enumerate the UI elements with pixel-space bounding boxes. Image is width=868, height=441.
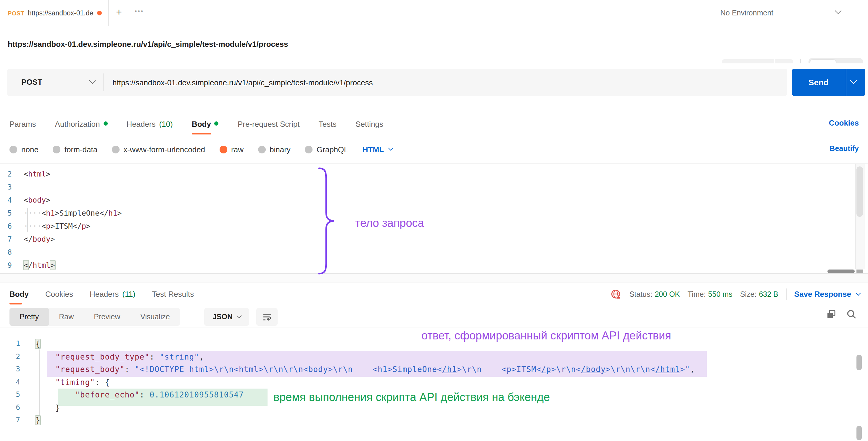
cookies-link[interactable]: Cookies [829, 118, 859, 127]
environment-selector[interactable]: No Environment [720, 9, 773, 17]
new-tab-button[interactable]: + [116, 6, 122, 18]
radio-icon [305, 145, 312, 153]
view-pretty[interactable]: Pretty [9, 308, 49, 326]
annotation-timing-backend: время выполнения скрипта API действия на… [274, 391, 550, 404]
scrollbar-track[interactable] [855, 351, 855, 441]
response-tab-headers[interactable]: Headers(11) [90, 283, 135, 305]
scrollbar-thumb[interactable] [857, 426, 862, 440]
time-badge: Time:550 ms [687, 290, 733, 298]
request-body-editor[interactable]: 2<html>34<body>5····<h1>SimpleOne</h1>6·… [0, 164, 868, 274]
code-line: 7</body> [0, 233, 857, 246]
code-line: 7} [0, 414, 857, 427]
scrollbar-corner [857, 269, 863, 273]
response-tab-test-results[interactable]: Test Results [152, 283, 194, 305]
view-preview[interactable]: Preview [84, 308, 130, 326]
unsaved-dot-icon [97, 11, 101, 16]
send-options-chevron-icon[interactable] [850, 77, 857, 84]
send-button[interactable]: Send [792, 69, 865, 96]
radio-raw[interactable]: raw [219, 145, 244, 154]
more-options-icon[interactable]: ••• [135, 8, 144, 14]
copy-icon [826, 309, 836, 319]
view-switcher: Pretty Raw Preview Visualize [9, 308, 180, 326]
request-code: 2<html>34<body>5····<h1>SimpleOne</h1>6·… [0, 168, 857, 272]
radio-form-data[interactable]: form-data [53, 145, 97, 154]
method-chevron-icon[interactable] [89, 77, 96, 84]
divider [103, 74, 103, 91]
tab-params[interactable]: Params [9, 113, 36, 135]
method-url-container: POST https://sandbox-01.dev.simpleone.ru… [7, 69, 787, 96]
copy-button[interactable] [826, 309, 836, 322]
code-line: 4 "timing": { [0, 376, 857, 389]
save-response-button[interactable]: Save Response [794, 290, 860, 298]
radio-selected-icon [219, 145, 227, 153]
wrap-lines-button[interactable] [256, 308, 278, 326]
tab-settings[interactable]: Settings [355, 113, 383, 135]
code-line: 5····<h1>SimpleOne</h1> [0, 207, 857, 220]
tab-authorization[interactable]: Authorization [55, 113, 108, 135]
response-toolbar: Pretty Raw Preview Visualize JSON [0, 305, 868, 328]
method-selector[interactable]: POST [21, 78, 42, 87]
green-dot-icon [215, 121, 219, 125]
response-body-editor[interactable]: 1{2 "request_body_type": "string",3 "req… [0, 328, 868, 441]
annotation-response-script: ответ, сформированный скриптом API дейст… [422, 329, 671, 342]
divider [846, 69, 846, 96]
radio-icon [112, 145, 119, 153]
brace-annotation-icon [316, 167, 339, 275]
search-button[interactable] [846, 309, 857, 322]
radio-none[interactable]: none [9, 145, 38, 154]
wrap-lines-icon [262, 312, 272, 322]
beautify-link[interactable]: Beautify [830, 145, 859, 153]
radio-binary[interactable]: binary [258, 145, 290, 154]
scrollbar-thumb[interactable] [857, 355, 862, 370]
code-line: 9</html> [0, 259, 857, 272]
annotation-request-body: тело запроса [355, 217, 424, 230]
tab-method-label: POST [8, 10, 24, 16]
body-type-row: none form-data x-www-form-urlencoded raw… [0, 135, 868, 164]
radio-icon [9, 145, 17, 153]
tab-headers[interactable]: Headers(10) [126, 113, 173, 135]
tab-bar: POST https://sandbox-01.de + ••• No Envi… [0, 0, 868, 27]
code-line: 6····<p>ITSM</p> [0, 220, 857, 233]
request-tabs: Params Authorization Headers(10) Body Pr… [0, 113, 868, 135]
send-label: Send [792, 69, 845, 96]
radio-x-www-form-urlencoded[interactable]: x-www-form-urlencoded [112, 145, 205, 154]
url-input[interactable]: https://sandbox-01.dev.simpleone.ru/v1/a… [113, 78, 373, 87]
code-line: 2<html> [0, 168, 857, 181]
hscrollbar-thumb[interactable] [828, 269, 855, 273]
request-tab[interactable]: POST https://sandbox-01.de [0, 0, 109, 26]
search-icon [846, 309, 857, 319]
green-dot-icon [103, 121, 107, 125]
size-badge: Size:632 B [740, 290, 778, 298]
action-bar: https://sandbox-01.dev.simpleone.ru/v1/a… [0, 26, 868, 64]
tab-pre-request-script[interactable]: Pre-request Script [238, 113, 300, 135]
code-line: 3 "request_body": "<!DOCTYPE html>\r\n<h… [0, 363, 857, 376]
view-visualize[interactable]: Visualize [130, 308, 180, 326]
response-tab-cookies[interactable]: Cookies [45, 283, 73, 305]
response-format-selector[interactable]: JSON [204, 308, 249, 326]
tab-tests[interactable]: Tests [318, 113, 337, 135]
view-raw[interactable]: Raw [49, 308, 84, 326]
request-title: https://sandbox-01.dev.simpleone.ru/v1/a… [8, 40, 288, 49]
tab-title: https://sandbox-01.de [28, 9, 93, 17]
response-tab-body[interactable]: Body [9, 283, 29, 305]
radio-icon [53, 145, 60, 153]
status-badge: Status:200 OK [629, 290, 680, 298]
pane-divider [0, 274, 868, 283]
postman-app: POST https://sandbox-01.de + ••• No Envi… [0, 0, 868, 441]
url-row: POST https://sandbox-01.dev.simpleone.ru… [0, 63, 868, 110]
radio-graphql[interactable]: GraphQL [305, 145, 348, 154]
divider [786, 288, 786, 300]
radio-icon [258, 145, 266, 153]
code-line: 4<body> [0, 194, 857, 207]
scrollbar-thumb[interactable] [857, 167, 863, 217]
format-selector[interactable]: HTML [363, 145, 392, 154]
tab-body[interactable]: Body [192, 113, 219, 135]
code-line: 3 [0, 181, 857, 194]
response-tabs: Body Cookies Headers(11) Test Results St… [0, 283, 868, 305]
network-warning-icon[interactable] [611, 289, 622, 299]
code-line: 8 [0, 246, 857, 259]
